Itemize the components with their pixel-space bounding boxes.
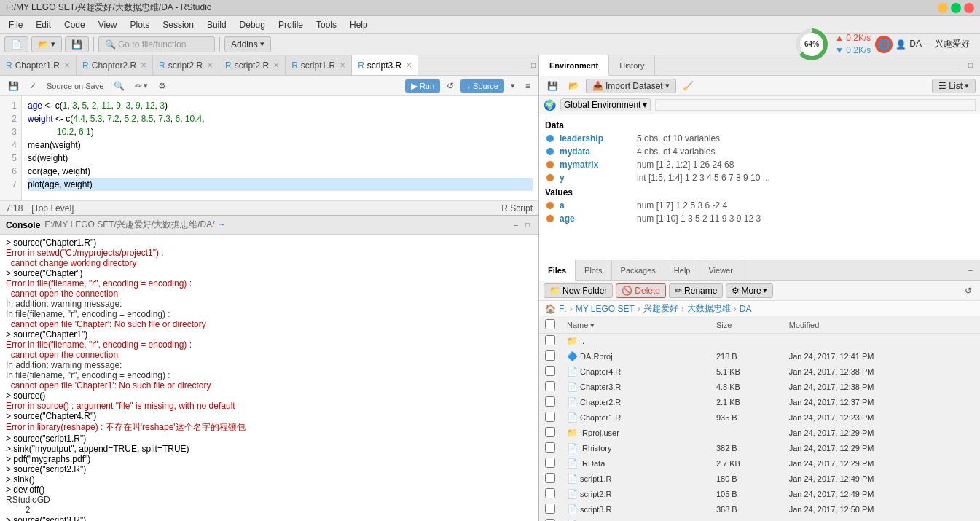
checkbox-rhistory[interactable]	[545, 442, 555, 453]
tab-script3[interactable]: R script3.R ✕	[352, 55, 418, 76]
open-button[interactable]: 📂▾	[31, 36, 62, 52]
save-on-save-button[interactable]: Source on Save	[43, 80, 107, 92]
env-item-mymatrix[interactable]: mymatrix num [1:2, 1:2] 1 26 24 68	[539, 158, 980, 171]
tab-chapter1[interactable]: R Chapter1.R ✕	[0, 55, 77, 76]
breadcrumb-f[interactable]: F:	[559, 304, 567, 314]
run-button[interactable]: ▶ Run	[405, 79, 440, 93]
menu-debug[interactable]: Debug	[234, 18, 271, 31]
list-view-button[interactable]: ☰ List ▾	[932, 79, 976, 93]
tab-environment[interactable]: Environment	[539, 55, 609, 76]
menu-profile[interactable]: Profile	[273, 18, 309, 31]
file-row-myoutput[interactable]: 📄 myoutput 0 B Jan 24, 2017, 12:53 PM	[539, 517, 980, 522]
tab-script2a[interactable]: R script2.R ✕	[153, 55, 219, 76]
env-save-button[interactable]: 💾	[544, 79, 562, 93]
tab-close-script1[interactable]: ✕	[340, 61, 345, 69]
file-row-script2[interactable]: 📄 script2.R 105 B Jan 24, 2017, 12:49 PM	[539, 487, 980, 502]
file-row-parent[interactable]: 📁 ..	[539, 334, 980, 349]
checkbox-script1[interactable]	[545, 473, 555, 483]
checkbox-rproj-user[interactable]	[545, 427, 555, 437]
settings-button[interactable]: ⚙	[154, 79, 170, 93]
code-editor[interactable]: 1 2 3 4 5 6 7 age <- c(1, 3, 5, 2, 11, 9…	[0, 96, 538, 200]
env-load-button[interactable]: 📂	[565, 79, 583, 93]
tab-files[interactable]: Files	[539, 260, 576, 281]
menu-build[interactable]: Build	[201, 18, 232, 31]
breadcrumb-hobby[interactable]: 兴趣爱好	[643, 302, 678, 315]
search-button[interactable]: 🔍	[110, 79, 128, 93]
file-row-script3[interactable]: 📄 script3.R 368 B Jan 24, 2017, 12:50 PM	[539, 502, 980, 517]
expand-env-button[interactable]: □	[965, 60, 976, 71]
env-item-mydata[interactable]: mydata 4 obs. of 4 variables	[539, 145, 980, 158]
menu-plots[interactable]: Plots	[125, 18, 156, 31]
global-env-selector[interactable]: Global Environment ▾	[560, 98, 651, 111]
checkbox-chapter3[interactable]	[545, 381, 555, 391]
env-search-input[interactable]	[655, 99, 976, 111]
menu-tools[interactable]: Tools	[310, 18, 342, 31]
tab-close-script2a[interactable]: ✕	[207, 61, 213, 69]
tab-close-chapter2[interactable]: ✕	[141, 61, 146, 69]
checkbox-parent[interactable]	[545, 335, 555, 345]
collapse-env-button[interactable]: –	[954, 60, 964, 71]
select-all-checkbox[interactable]	[545, 319, 555, 329]
format-button[interactable]: ≡	[522, 79, 534, 93]
collapse-editor-button[interactable]: –	[517, 60, 527, 71]
file-row-chapter2[interactable]: 📄 Chapter2.R 2.1 KB Jan 24, 2017, 12:37 …	[539, 395, 980, 410]
env-item-y[interactable]: y int [1:5, 1:4] 1 2 3 4 5 6 7 8 9 10 ..…	[539, 171, 980, 184]
menu-help[interactable]: Help	[344, 18, 374, 31]
menu-session[interactable]: Session	[157, 18, 200, 31]
new-folder-button[interactable]: 📁 New Folder	[544, 283, 613, 298]
file-row-rhistory[interactable]: 📄 .Rhistory 382 B Jan 24, 2017, 12:29 PM	[539, 441, 980, 456]
refresh-files-button[interactable]: ↺	[961, 284, 976, 297]
collapse-console-button[interactable]: –	[511, 220, 521, 230]
checkbox-da-rproj[interactable]	[545, 350, 555, 361]
delete-button[interactable]: 🚫 Delete	[616, 283, 666, 298]
maximize-button[interactable]	[951, 3, 961, 13]
menu-file[interactable]: File	[3, 18, 28, 31]
env-item-a[interactable]: a num [1:7] 1 2 5 3 6 -2 4	[539, 199, 980, 212]
tab-packages[interactable]: Packages	[612, 260, 665, 281]
new-script-button[interactable]: 📄	[4, 36, 28, 52]
menu-view[interactable]: View	[93, 18, 123, 31]
env-item-age[interactable]: age num [1:10] 1 3 5 2 11 9 3 9 12 3	[539, 212, 980, 225]
file-row-chapter1[interactable]: 📄 Chapter1.R 935 B Jan 24, 2017, 12:23 P…	[539, 410, 980, 426]
more-button[interactable]: ⚙ More ▾	[726, 283, 772, 298]
tab-help[interactable]: Help	[665, 260, 700, 281]
tab-chapter2[interactable]: R Chapter2.R ✕	[77, 55, 153, 76]
tab-close-chapter1[interactable]: ✕	[64, 61, 70, 69]
save-button[interactable]: 💾	[65, 36, 89, 52]
checkbox-script3[interactable]	[545, 504, 555, 514]
breadcrumb-bigdata[interactable]: 大数据忠维	[687, 302, 731, 315]
file-row-chapter4[interactable]: 📄 Chapter4.R 5.1 KB Jan 24, 2017, 12:38 …	[539, 364, 980, 380]
checkbox-chapter1[interactable]	[545, 412, 555, 422]
file-row-da-rproj[interactable]: 🔷 DA.Rproj 218 B Jan 24, 2017, 12:41 PM	[539, 349, 980, 364]
name-col-header[interactable]: Name ▾	[561, 317, 710, 334]
minimize-button[interactable]	[938, 3, 948, 13]
goto-file-input[interactable]: 🔍 Go to file/function	[98, 36, 215, 52]
tab-history[interactable]: History	[609, 55, 655, 76]
checkbox-rdata[interactable]	[545, 458, 555, 468]
file-row-chapter3[interactable]: 📄 Chapter3.R 4.8 KB Jan 24, 2017, 12:38 …	[539, 380, 980, 395]
breadcrumb-lego[interactable]: MY LEGO SET	[576, 304, 635, 314]
tab-close-script2b[interactable]: ✕	[273, 61, 279, 69]
addins-button[interactable]: Addins ▾	[224, 36, 271, 52]
menu-edit[interactable]: Edit	[30, 18, 57, 31]
size-col-header[interactable]: Size	[710, 317, 783, 334]
menu-code[interactable]: Code	[58, 18, 91, 31]
rerun-button[interactable]: ↺	[443, 79, 458, 93]
check-spelling-button[interactable]: ✓	[26, 79, 40, 93]
checkbox-script2[interactable]	[545, 488, 555, 498]
file-row-script1[interactable]: 📄 script1.R 180 B Jan 24, 2017, 12:49 PM	[539, 471, 980, 487]
file-row-rdata[interactable]: 📄 .RData 2.7 KB Jan 24, 2017, 12:29 PM	[539, 456, 980, 471]
console-content[interactable]: > source("Chapter1.R") Error in setwd("C…	[0, 235, 538, 521]
source-button[interactable]: ↓ Source	[460, 79, 504, 93]
save-file-button[interactable]: 💾	[4, 79, 23, 93]
edit-button[interactable]: ✏ ▾	[131, 79, 152, 93]
tab-script2b[interactable]: R script2.R ✕	[219, 55, 286, 76]
source-options-button[interactable]: ▾	[507, 79, 519, 92]
checkbox-chapter2[interactable]	[545, 396, 555, 407]
modified-col-header[interactable]: Modified	[783, 317, 980, 334]
close-button[interactable]	[964, 3, 974, 13]
expand-editor-button[interactable]: □	[528, 60, 538, 71]
tab-close-script3[interactable]: ✕	[406, 61, 412, 69]
clear-env-button[interactable]: 🧹	[679, 79, 697, 93]
tab-script1[interactable]: R script1.R ✕	[286, 55, 352, 76]
